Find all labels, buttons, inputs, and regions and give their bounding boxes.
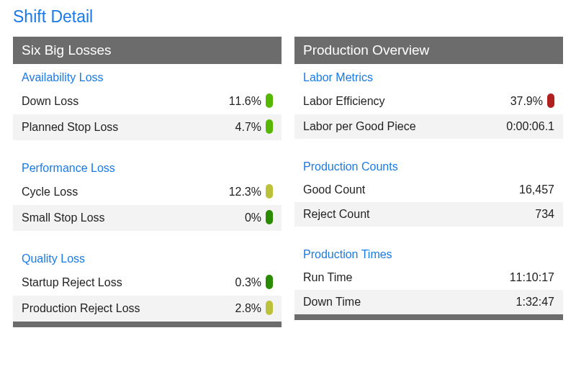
section-production-times: Production Times [294, 241, 563, 265]
status-pill-icon [266, 119, 273, 134]
section-availability-loss: Availability Loss [13, 64, 282, 88]
status-pill-icon [266, 184, 273, 199]
status-pill-icon [266, 275, 273, 289]
row-planned-stop-loss: Planned Stop Loss 4.7% [13, 114, 282, 140]
row-label: Run Time [303, 271, 510, 284]
row-value: 11.6% [229, 95, 261, 108]
row-value: 0% [245, 211, 261, 224]
row-labor-per-good-piece: Labor per Good Piece 0:00:06.1 [294, 114, 563, 139]
status-pill-icon [547, 94, 554, 108]
row-reject-count: Reject Count 734 [294, 202, 563, 227]
section-performance-loss: Performance Loss [13, 155, 282, 179]
row-value: 16,457 [519, 183, 554, 196]
section-production-counts: Production Counts [294, 153, 563, 178]
row-label: Down Loss [22, 95, 229, 108]
panel-bottom-bar [13, 322, 282, 327]
row-label: Small Stop Loss [22, 211, 245, 224]
status-pill-icon [266, 94, 273, 108]
row-label: Planned Stop Loss [22, 121, 235, 134]
row-value: 37.9% [510, 95, 543, 108]
row-label: Labor per Good Piece [303, 120, 506, 133]
dashboard-columns: Six Big Losses Availability Loss Down Lo… [13, 37, 563, 327]
row-value: 4.7% [235, 121, 261, 134]
row-small-stop-loss: Small Stop Loss 0% [13, 205, 282, 231]
row-value: 0:00:06.1 [506, 120, 554, 133]
row-label: Labor Efficiency [303, 95, 510, 108]
row-down-loss: Down Loss 11.6% [13, 88, 282, 114]
row-startup-reject-loss: Startup Reject Loss 0.3% [13, 270, 282, 296]
six-big-losses-panel: Six Big Losses Availability Loss Down Lo… [13, 37, 282, 327]
status-pill-icon [266, 210, 273, 224]
section-quality-loss: Quality Loss [13, 245, 282, 270]
row-cycle-loss: Cycle Loss 12.3% [13, 179, 282, 205]
page-title: Shift Detail [13, 7, 563, 27]
row-value: 2.8% [235, 302, 261, 315]
section-labor-metrics: Labor Metrics [294, 64, 563, 88]
status-pill-icon [266, 301, 273, 315]
row-label: Startup Reject Loss [22, 276, 235, 289]
row-value: 1:32:47 [516, 296, 554, 309]
row-label: Production Reject Loss [22, 302, 235, 315]
row-run-time: Run Time 11:10:17 [294, 265, 563, 290]
row-value: 734 [535, 208, 554, 221]
row-label: Down Time [303, 296, 516, 309]
row-production-reject-loss: Production Reject Loss 2.8% [13, 296, 282, 322]
row-value: 0.3% [235, 276, 261, 289]
row-labor-efficiency: Labor Efficiency 37.9% [294, 88, 563, 114]
panel-header-right: Production Overview [294, 37, 563, 64]
panel-bottom-bar [294, 314, 563, 320]
production-overview-panel: Production Overview Labor Metrics Labor … [294, 37, 563, 327]
row-label: Good Count [303, 183, 519, 196]
row-value: 12.3% [229, 186, 261, 199]
row-good-count: Good Count 16,457 [294, 178, 563, 202]
row-label: Reject Count [303, 208, 535, 221]
row-down-time: Down Time 1:32:47 [294, 290, 563, 314]
row-label: Cycle Loss [22, 186, 229, 199]
row-value: 11:10:17 [510, 271, 554, 284]
panel-header-left: Six Big Losses [13, 37, 282, 64]
